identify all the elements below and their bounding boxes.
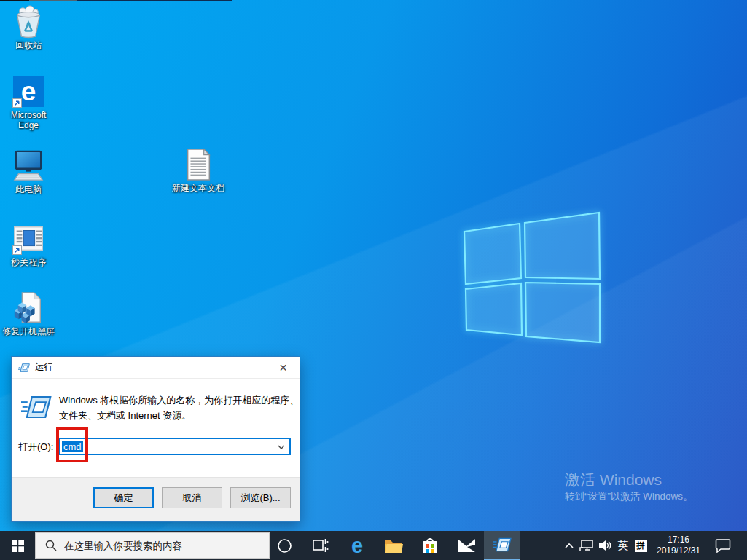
action-center-button[interactable] [708, 531, 738, 560]
run-icon [18, 362, 30, 374]
run-icon [21, 392, 52, 422]
description-line-1: Windows 将根据你所输入的名称，为你打开相应的程序、 [59, 393, 299, 408]
desktop-icon-label: Microsoft Edge [1, 110, 56, 130]
edge-taskbar-button[interactable]: e [340, 531, 375, 560]
file-explorer-button[interactable] [376, 531, 411, 560]
recycle-bin-icon [12, 5, 45, 39]
screen-edge-artifact [0, 0, 29, 1]
desktop-icon-quick-close-app[interactable]: 秒关程序 [1, 222, 56, 267]
store-icon [421, 536, 439, 555]
edge-icon: e [351, 534, 363, 558]
taskbar-clock[interactable]: 17:16 2019/12/31 [649, 531, 708, 560]
file-explorer-icon [384, 537, 403, 553]
network-tray-button[interactable] [577, 531, 596, 560]
watermark-subtitle: 转到“设置”以激活 Windows。 [565, 489, 693, 504]
volume-icon [598, 539, 613, 552]
shortcut-arrow-icon [12, 245, 22, 255]
run-dialog-taskbar-button[interactable] [484, 531, 520, 560]
screen-edge-artifact [29, 0, 77, 1]
search-input[interactable] [64, 540, 261, 551]
volume-tray-button[interactable] [596, 531, 615, 560]
chevron-down-icon[interactable] [276, 442, 286, 452]
tray-overflow-button[interactable] [561, 531, 577, 560]
chevron-up-icon [564, 542, 574, 549]
desktop-icon-new-text-doc[interactable]: 新建文本文档 [171, 148, 226, 193]
open-combobox[interactable]: cmd [59, 438, 291, 455]
close-button[interactable]: ✕ [267, 357, 300, 378]
cortana-button[interactable] [267, 531, 302, 560]
description-line-2: 文件夹、文档或 Internet 资源。 [59, 408, 299, 423]
task-view-icon [313, 538, 329, 553]
desktop-icon-label: 修复开机黑屏 [2, 326, 55, 336]
screen-edge-artifact [77, 0, 232, 1]
dialog-button-strip: 确定 取消 浏览(B)... [12, 477, 300, 521]
cortana-icon [277, 538, 292, 553]
desktop-icon-label: 新建文本文档 [172, 183, 224, 193]
ime-mode-badge: 拼 [635, 540, 647, 552]
run-dialog-description: Windows 将根据你所输入的名称，为你打开相应的程序、 文件夹、文档或 In… [59, 393, 299, 423]
open-field-label: 打开(O): [18, 441, 53, 454]
desktop-icon-microsoft-edge[interactable]: e Microsoft Edge [1, 75, 56, 130]
run-dialog-body: Windows 将根据你所输入的名称，为你打开相应的程序、 文件夹、文档或 In… [12, 379, 300, 478]
search-icon [45, 540, 57, 551]
browse-button[interactable]: 浏览(B)... [230, 487, 291, 508]
run-dialog: 运行 ✕ Windows 将根据你所输入的名称，为你打开相应的程序、 文件夹、文… [11, 356, 300, 522]
desktop-icon-fix-black-screen[interactable]: 修复开机黑屏 [1, 291, 56, 336]
ime-language-label: 英 [618, 539, 629, 553]
taskbar-search[interactable] [35, 532, 270, 559]
clock-time: 17:16 [668, 535, 689, 545]
red-annotation-box [56, 427, 88, 462]
windows-start-icon [12, 540, 24, 552]
start-button[interactable] [0, 531, 35, 560]
network-icon [579, 539, 594, 552]
desktop-screen: 回收站 e Microsoft Edge 此电脑 [0, 0, 747, 560]
shortcut-arrow-icon [12, 98, 22, 108]
action-center-icon [715, 538, 731, 553]
clock-date: 2019/12/31 [657, 545, 700, 556]
desktop-icon-label: 秒关程序 [11, 257, 46, 267]
desktop-icon-this-pc[interactable]: 此电脑 [1, 149, 56, 194]
ime-language-button[interactable]: 英 [615, 531, 631, 560]
activation-watermark: 激活 Windows 转到“设置”以激活 Windows。 [565, 470, 693, 504]
store-button[interactable] [412, 531, 447, 560]
this-pc-icon [12, 149, 45, 183]
run-dialog-titlebar[interactable]: 运行 ✕ [12, 357, 300, 379]
mail-button[interactable] [449, 531, 484, 560]
ime-mode-button[interactable]: 拼 [633, 531, 649, 560]
task-view-button[interactable] [303, 531, 338, 560]
mail-icon [457, 538, 476, 553]
taskbar: e [0, 531, 747, 560]
registry-file-icon [12, 291, 45, 325]
run-dialog-title: 运行 [35, 361, 53, 374]
text-document-icon [184, 148, 213, 181]
watermark-title: 激活 Windows [565, 470, 693, 489]
desktop-icon-recycle-bin[interactable]: 回收站 [1, 5, 56, 50]
run-icon [493, 535, 512, 554]
desktop-icon-label: 回收站 [15, 40, 42, 50]
cancel-button[interactable]: 取消 [162, 487, 222, 508]
ok-button[interactable]: 确定 [93, 487, 154, 508]
desktop-icon-label: 此电脑 [15, 184, 42, 194]
